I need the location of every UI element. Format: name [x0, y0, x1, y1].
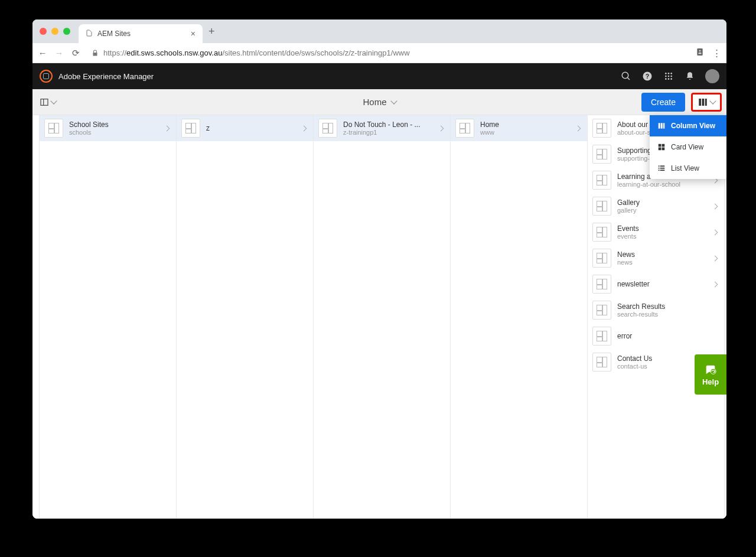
- browser-tab[interactable]: AEM Sites ×: [79, 24, 203, 43]
- column-item[interactable]: z: [177, 115, 313, 141]
- nav-back-icon[interactable]: ←: [37, 48, 48, 58]
- maximize-window-icon[interactable]: [63, 28, 70, 35]
- column-item[interactable]: Homewww: [451, 115, 587, 141]
- page-thumbnail-icon: [592, 145, 611, 164]
- svg-rect-22: [663, 123, 664, 128]
- column-item[interactable]: newsletter: [588, 271, 724, 297]
- bell-icon[interactable]: [684, 70, 696, 82]
- item-title: z: [206, 124, 302, 132]
- new-tab-button[interactable]: +: [208, 25, 215, 38]
- help-fab-label: Help: [702, 377, 719, 386]
- view-option-card[interactable]: Card View: [650, 136, 726, 158]
- svg-rect-25: [659, 148, 662, 151]
- column: Homewww: [451, 115, 588, 519]
- apps-grid-icon[interactable]: [663, 70, 674, 82]
- help-fab[interactable]: Help: [695, 354, 726, 395]
- svg-rect-15: [41, 99, 48, 105]
- chevron-down-icon: [50, 97, 57, 104]
- svg-point-6: [665, 73, 667, 74]
- view-switcher-button[interactable]: [691, 93, 722, 112]
- chevron-right-icon: [712, 255, 718, 261]
- svg-rect-26: [662, 148, 665, 151]
- rail-toggle[interactable]: [37, 95, 58, 109]
- aem-logo-icon[interactable]: [40, 70, 53, 83]
- column: z: [177, 115, 314, 519]
- item-subtitle: news: [617, 259, 713, 266]
- item-title: error: [617, 332, 719, 340]
- column-item[interactable]: School Sitesschools: [40, 115, 176, 141]
- page-file-icon: [86, 30, 93, 38]
- minimize-window-icon[interactable]: [51, 28, 58, 35]
- aem-product-name: Adobe Experience Manager: [58, 72, 154, 81]
- svg-point-12: [665, 78, 667, 80]
- item-subtitle: gallery: [617, 207, 713, 214]
- column-item[interactable]: error: [588, 323, 724, 349]
- svg-point-9: [665, 76, 667, 77]
- page-thumbnail-icon: [592, 249, 611, 268]
- column-item[interactable]: Gallerygallery: [588, 193, 724, 219]
- column-item[interactable]: Newsnews: [588, 245, 724, 271]
- window-controls: [40, 28, 70, 35]
- page-thumbnail-icon: [592, 197, 611, 216]
- lock-icon: [92, 50, 99, 57]
- svg-rect-29: [659, 168, 660, 169]
- tab-title: AEM Sites: [97, 30, 131, 38]
- item-title: Gallery: [617, 198, 713, 207]
- svg-point-10: [668, 76, 670, 77]
- breadcrumb[interactable]: Home: [363, 97, 396, 107]
- create-button[interactable]: Create: [641, 93, 685, 112]
- view-menu-popover: Column View Card View List View: [650, 115, 726, 179]
- chevron-right-icon: [712, 229, 718, 235]
- svg-rect-18: [702, 99, 705, 106]
- svg-rect-31: [659, 170, 660, 171]
- help-icon[interactable]: ?: [641, 70, 653, 82]
- page-thumbnail-icon: [318, 119, 337, 138]
- search-icon[interactable]: [620, 70, 632, 82]
- nav-forward-icon[interactable]: →: [54, 48, 64, 58]
- page-thumbnail-icon: [592, 119, 611, 138]
- url-input[interactable]: https://edit.sws.schools.nsw.gov.au/site…: [87, 48, 689, 57]
- chevron-down-icon: [390, 97, 397, 104]
- view-option-list[interactable]: List View: [650, 158, 726, 179]
- action-bar: Home Create Column View Card View List V…: [32, 89, 726, 115]
- item-subtitle: search-results: [617, 311, 719, 318]
- item-subtitle: www: [480, 129, 576, 136]
- svg-rect-24: [662, 144, 665, 147]
- browser-menu-icon[interactable]: ⋮: [711, 48, 722, 58]
- page-thumbnail-icon: [181, 119, 200, 138]
- column-item[interactable]: Search Resultssearch-results: [588, 297, 724, 323]
- svg-point-1: [699, 50, 701, 52]
- svg-rect-19: [705, 99, 707, 106]
- page-thumbnail-icon: [592, 275, 611, 294]
- svg-rect-32: [660, 170, 665, 171]
- svg-rect-0: [697, 48, 702, 56]
- column-item[interactable]: Do Not Touch - Leon - ...z-trainingp1: [314, 115, 450, 141]
- item-title: newsletter: [617, 280, 713, 288]
- page-thumbnail-icon: [592, 171, 611, 190]
- svg-rect-28: [660, 165, 665, 167]
- view-option-column[interactable]: Column View: [650, 115, 726, 136]
- item-title: Search Results: [617, 302, 719, 311]
- profile-icon[interactable]: [695, 47, 705, 58]
- page-thumbnail-icon: [592, 301, 611, 320]
- svg-rect-30: [660, 168, 665, 169]
- svg-point-13: [668, 78, 670, 80]
- chevron-right-icon: [164, 125, 170, 131]
- svg-point-14: [670, 78, 672, 80]
- svg-rect-20: [659, 123, 660, 128]
- item-title: School Sites: [69, 120, 165, 129]
- user-avatar[interactable]: [705, 69, 719, 83]
- tab-close-icon[interactable]: ×: [191, 29, 195, 38]
- svg-text:?: ?: [646, 73, 649, 80]
- chevron-right-icon: [712, 281, 718, 287]
- nav-reload-icon[interactable]: ⟳: [70, 48, 81, 58]
- column-item[interactable]: Eventsevents: [588, 219, 724, 245]
- item-title: Do Not Touch - Leon - ...: [343, 120, 439, 129]
- svg-line-3: [627, 77, 630, 80]
- column-view-icon: [657, 121, 666, 131]
- page-thumbnail-icon: [592, 327, 611, 346]
- svg-rect-23: [659, 144, 662, 147]
- page-thumbnail-icon: [592, 353, 611, 372]
- chat-icon: [704, 363, 717, 376]
- close-window-icon[interactable]: [40, 28, 47, 35]
